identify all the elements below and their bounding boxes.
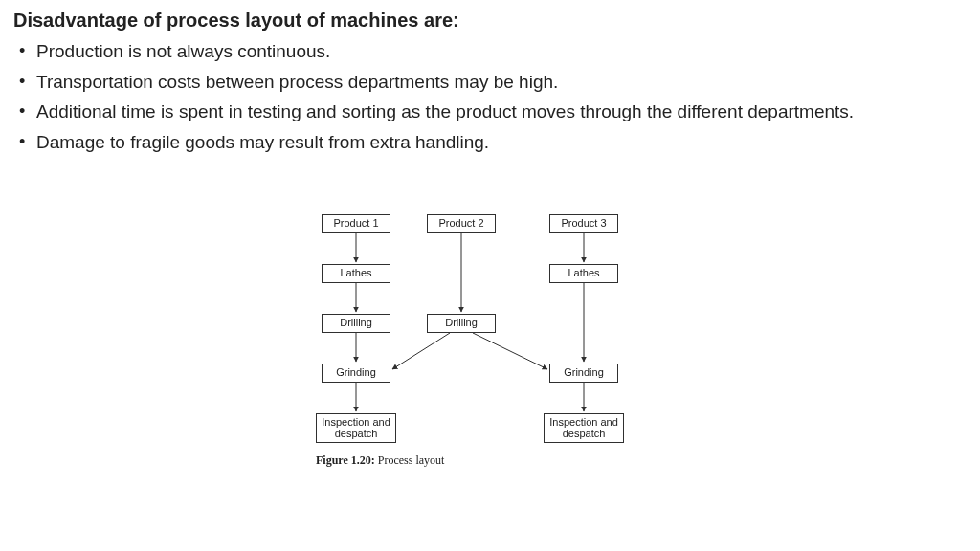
box-product-1: Product 1 [322,214,390,233]
figure-caption-text: Process layout [375,453,445,467]
bullet-item: Additional time is spent in testing and … [19,99,967,124]
box-lathes-1: Lathes [322,264,390,283]
bullet-item: Production is not always continuous. [19,39,967,64]
box-inspection-1: Inspection and despatch [316,413,396,443]
box-lathes-3: Lathes [549,264,618,283]
box-drilling-1: Drilling [322,314,390,333]
box-grinding-3: Grinding [549,364,618,383]
box-drilling-2: Drilling [427,314,496,333]
process-layout-diagram: Product 1 Product 2 Product 3 Lathes Lat… [316,212,670,538]
box-product-2: Product 2 [427,214,496,233]
box-grinding-1: Grinding [322,364,390,383]
figure-caption: Figure 1.20: Process layout [316,453,444,468]
bullet-item: Damage to fragile goods may result from … [19,130,967,155]
page-heading: Disadvantage of process layout of machin… [13,10,967,32]
box-product-3: Product 3 [549,214,618,233]
svg-line-6 [473,333,547,369]
box-inspection-3: Inspection and despatch [544,413,624,443]
bullet-list: Production is not always continuous. Tra… [13,39,967,155]
figure-caption-number: Figure 1.20: [316,453,375,467]
bullet-item: Transportation costs between process dep… [19,70,967,95]
svg-line-5 [392,333,450,369]
